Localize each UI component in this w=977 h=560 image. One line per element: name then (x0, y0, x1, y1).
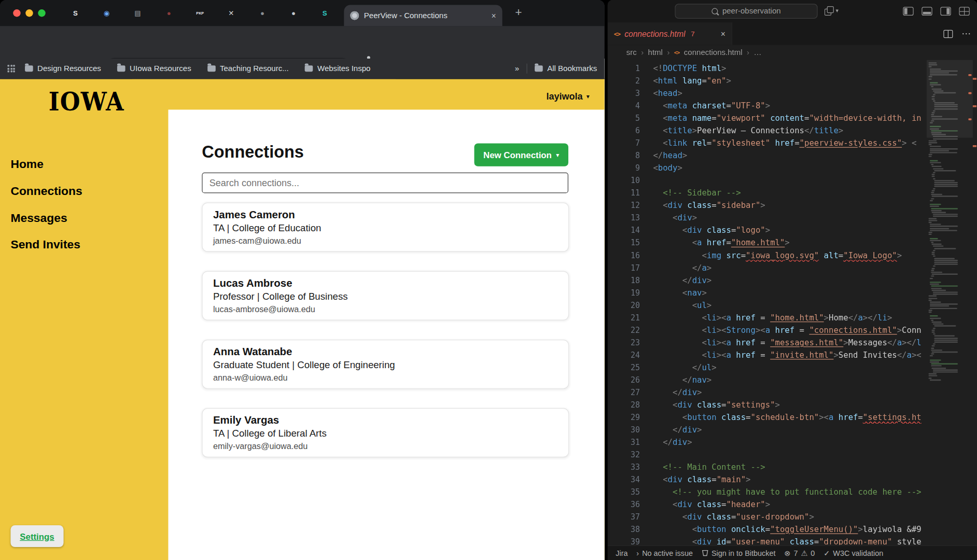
active-issue-status[interactable]: › No active issue (632, 549, 697, 557)
customize-layout-icon[interactable] (959, 7, 969, 16)
code-line[interactable]: 39 <div id="user-menu" class="dropdown-m… (608, 536, 927, 545)
browser-toolbar: ← → ↻ ⌂ ⓘ 127.0.0.1:5500/src/html/connec… (0, 26, 605, 58)
problems-badge: 7 (691, 30, 694, 37)
code-line[interactable]: 37 <div class="user-dropdown"> (608, 511, 927, 523)
code-line[interactable]: 25 </ul> (608, 361, 927, 374)
search-input[interactable] (202, 173, 568, 193)
code-line[interactable]: 34 <div class="main"> (608, 473, 927, 486)
breadcrumb-item[interactable]: connections.html (684, 48, 743, 57)
sidebar-item-messages[interactable]: Messages (10, 211, 82, 238)
sidebar-item-home[interactable]: Home (10, 158, 82, 185)
problems-status[interactable]: ⊗ 7 ⚠ 0 (780, 549, 819, 557)
code-line[interactable]: 20 <ul> (608, 299, 927, 312)
code-line[interactable]: 38 <button onclick="toggleUserMenu()">la… (608, 523, 927, 536)
pinned-tab-favicon[interactable]: ● (288, 8, 298, 18)
code-line[interactable]: 24 <li><a href = "invite.html">Send Invi… (608, 349, 927, 361)
editor-tab[interactable]: <> connections.html 7 × (608, 22, 732, 45)
connection-card[interactable]: Anna WatanabeGraduate Student | College … (202, 340, 569, 389)
zoom-window-icon[interactable] (38, 9, 45, 17)
minimize-window-icon[interactable] (25, 9, 33, 17)
code-line[interactable]: 10 (608, 174, 927, 187)
pinned-tab-favicon[interactable]: PKP (195, 8, 205, 18)
clone-window-icon[interactable]: ▾ (825, 6, 842, 17)
code-editor[interactable]: 1<!DOCTYPE html>2<html lang="en">3<head>… (608, 60, 977, 545)
code-line[interactable]: 19 <nav> (608, 287, 927, 299)
bookmark-folder[interactable]: Design Resources (25, 64, 101, 73)
pinned-tab-favicon[interactable]: ◉ (102, 8, 111, 18)
connection-card[interactable]: Emily VargasTA | College of Liberal Arts… (202, 408, 569, 457)
code-line[interactable]: 22 <li><Strong><a href = "connections.ht… (608, 324, 927, 337)
code-line[interactable]: 12 <div class="sidebar"> (608, 200, 927, 212)
code-line[interactable]: 5 <meta name="viewport" content="width=d… (608, 112, 927, 124)
bookmark-folder[interactable]: Websites Inspo (305, 64, 370, 73)
code-line[interactable]: 17 </a> (608, 262, 927, 274)
command-center[interactable]: peer-observation (675, 4, 817, 19)
code-line[interactable]: 6 <title>PeerView – Connections</title> (608, 124, 927, 137)
minimap-slider[interactable] (927, 60, 973, 137)
jira-status[interactable]: Jira (611, 549, 632, 557)
user-menu-button[interactable]: layiwola ▾ (546, 91, 589, 101)
code-line[interactable]: 36 <div class="header"> (608, 498, 927, 511)
code-line[interactable]: 7 <link rel="stylesheet" href="peerview-… (608, 137, 927, 149)
apps-grid-icon[interactable] (7, 65, 15, 72)
connection-card[interactable]: Lucas AmbroseProfessor | College of Busi… (202, 271, 569, 320)
code-line[interactable]: 27 </div> (608, 386, 927, 399)
pinned-tab-favicon[interactable]: ▤ (133, 8, 143, 18)
toggle-panel-icon[interactable] (922, 7, 932, 16)
code-line[interactable]: 33 <!-- Main Content --> (608, 461, 927, 473)
code-line[interactable]: 3<head> (608, 87, 927, 100)
pinned-tab-favicon[interactable]: ● (164, 8, 174, 18)
sidebar-item-connections[interactable]: Connections (10, 185, 82, 212)
code-line[interactable]: 35 <!-- you might have to put functional… (608, 486, 927, 498)
iowa-logo[interactable]: IOWA (49, 87, 124, 116)
minimap[interactable] (927, 60, 973, 545)
settings-button[interactable]: Settings (10, 525, 63, 547)
code-line[interactable]: 9<body> (608, 162, 927, 174)
w3c-validation-status[interactable]: ✓ W3C validation (819, 549, 888, 557)
code-line[interactable]: 8</head> (608, 149, 927, 162)
pinned-tab-favicon[interactable]: S (71, 8, 80, 18)
more-actions-icon[interactable]: ⋯ (961, 28, 971, 39)
code-line[interactable]: 11 <!-- Sidebar --> (608, 187, 927, 200)
code-line[interactable]: 28 <div class="settings"> (608, 399, 927, 411)
bookmark-folder[interactable]: Teaching Resourc... (207, 64, 289, 73)
code-line[interactable]: 31 </div> (608, 436, 927, 449)
bookmarks-overflow-icon[interactable]: » (515, 64, 519, 73)
toggle-primary-sidebar-icon[interactable] (903, 7, 913, 16)
sidebar-item-send-invites[interactable]: Send Invites (10, 238, 82, 265)
close-window-icon[interactable] (13, 9, 20, 17)
code-line[interactable]: 15 <a href="home.html"> (608, 237, 927, 249)
line-number: 28 (608, 399, 640, 411)
tab-close-icon[interactable]: × (491, 11, 496, 20)
browser-tab[interactable]: PeerView - Connections × (344, 5, 502, 26)
breadcrumb-item[interactable]: html (648, 48, 663, 57)
code-line[interactable]: 29 <button class="schedule-btn"><a href=… (608, 411, 927, 424)
code-line[interactable]: 18 </div> (608, 274, 927, 287)
code-line[interactable]: 32 (608, 449, 927, 461)
code-line[interactable]: 2<html lang="en"> (608, 75, 927, 87)
new-tab-button[interactable]: + (511, 6, 526, 19)
code-line[interactable]: 30 </div> (608, 424, 927, 436)
breadcrumb-item[interactable]: … (753, 48, 761, 57)
toggle-secondary-sidebar-icon[interactable] (940, 7, 951, 16)
pinned-tab-favicon[interactable]: S (319, 8, 329, 18)
code-line[interactable]: 14 <div class="logo"> (608, 225, 927, 237)
code-line[interactable]: 13 <div> (608, 212, 927, 225)
code-line[interactable]: 26 </nav> (608, 374, 927, 386)
breadcrumb-item[interactable]: src (626, 48, 637, 57)
breadcrumbs[interactable]: src›html›<>connections.html›… (626, 45, 762, 60)
code-line[interactable]: 1<!DOCTYPE html> (608, 62, 927, 75)
code-line[interactable]: 16 <img src="iowa_logo.svg" alt="Iowa Lo… (608, 249, 927, 262)
code-line[interactable]: 23 <li><a href = "messages.html">Message… (608, 337, 927, 349)
connection-card[interactable]: James CameronTA | College of Educationja… (202, 203, 569, 252)
split-editor-icon[interactable] (943, 30, 953, 38)
pinned-tab-favicon[interactable]: ● (257, 8, 267, 18)
bitbucket-signin[interactable]: Sign in to Bitbucket (697, 549, 780, 557)
all-bookmarks[interactable]: All Bookmarks (535, 64, 597, 73)
code-line[interactable]: 4 <meta charset="UTF-8"> (608, 100, 927, 112)
new-connection-button[interactable]: New Connection ▾ (474, 143, 568, 166)
pinned-tab-favicon[interactable]: ✕ (226, 8, 236, 18)
tab-close-icon[interactable]: × (721, 29, 725, 38)
code-line[interactable]: 21 <li><a href = "home.html">Home</a></l… (608, 312, 927, 324)
bookmark-folder[interactable]: UIowa Resources (117, 64, 191, 73)
